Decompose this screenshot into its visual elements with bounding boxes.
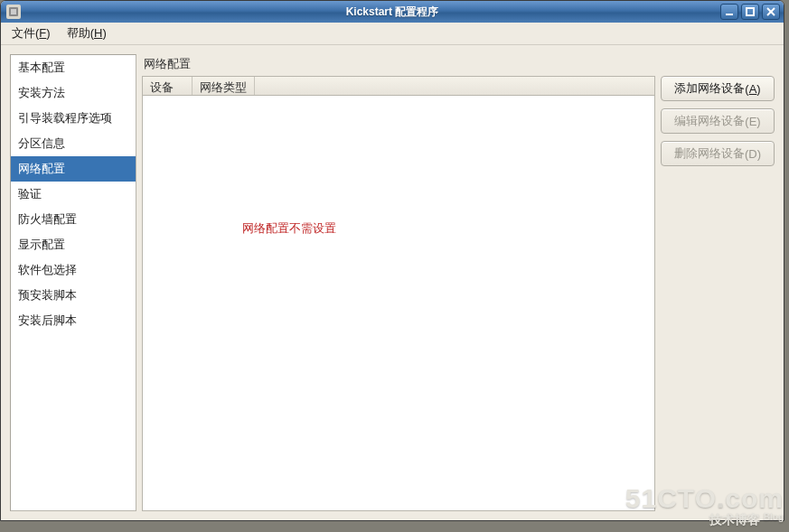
sidebar-item-packages[interactable]: 软件包选择: [11, 257, 136, 283]
svg-rect-1: [11, 9, 16, 14]
panel-title: 网络配置: [142, 54, 775, 76]
delete-network-device-button: 删除网络设备(D): [661, 141, 775, 166]
delete-label: 删除网络设备: [674, 145, 745, 162]
main-row: 设备 网络类型 网络配置不需设置 添加网络设备(A) 编辑网络设备(E): [142, 76, 775, 511]
sidebar[interactable]: 基本配置 安装方法 引导装载程序选项 分区信息 网络配置 验证 防火墙配置 显示…: [10, 54, 136, 511]
device-table: 设备 网络类型 网络配置不需设置: [142, 76, 655, 511]
close-button[interactable]: [762, 4, 780, 20]
app-icon: [6, 5, 21, 19]
menu-file-access: F: [39, 26, 46, 40]
column-device[interactable]: 设备: [143, 77, 193, 95]
sidebar-item-basic[interactable]: 基本配置: [11, 55, 136, 80]
content: 基本配置 安装方法 引导装载程序选项 分区信息 网络配置 验证 防火墙配置 显示…: [1, 45, 784, 520]
app-window: Kickstart 配置程序 文件(F) 帮助(H) 基本配置 安装方法 引导装…: [0, 0, 784, 521]
sidebar-item-auth[interactable]: 验证: [11, 182, 136, 207]
maximize-button[interactable]: [741, 4, 759, 20]
menu-help[interactable]: 帮助(H): [60, 23, 114, 44]
button-column: 添加网络设备(A) 编辑网络设备(E) 删除网络设备(D): [661, 76, 775, 511]
sidebar-item-display[interactable]: 显示配置: [11, 232, 136, 257]
svg-rect-3: [747, 8, 754, 15]
sidebar-item-partition[interactable]: 分区信息: [11, 131, 136, 156]
edit-label: 编辑网络设备: [674, 113, 745, 129]
column-filler: [255, 77, 654, 95]
titlebar[interactable]: Kickstart 配置程序: [1, 1, 784, 23]
menu-file-label: 文件: [12, 26, 35, 40]
edit-access: E: [749, 115, 757, 128]
menu-help-label: 帮助: [67, 26, 90, 40]
window-title: Kickstart 配置程序: [346, 5, 439, 20]
minimize-button[interactable]: [720, 4, 738, 20]
table-body[interactable]: 网络配置不需设置: [142, 96, 655, 511]
sidebar-item-prescript[interactable]: 预安装脚本: [11, 283, 136, 308]
window-buttons: [720, 4, 780, 20]
column-type[interactable]: 网络类型: [193, 77, 255, 95]
annotation-text: 网络配置不需设置: [242, 220, 336, 237]
sidebar-item-install[interactable]: 安装方法: [11, 80, 136, 106]
add-network-device-button[interactable]: 添加网络设备(A): [661, 76, 775, 101]
menu-file[interactable]: 文件(F): [5, 23, 58, 44]
table-header: 设备 网络类型: [142, 76, 655, 96]
sidebar-item-network[interactable]: 网络配置: [11, 156, 136, 182]
sidebar-item-bootloader[interactable]: 引导装载程序选项: [11, 106, 136, 131]
edit-network-device-button: 编辑网络设备(E): [661, 108, 775, 134]
menu-help-access: H: [94, 26, 102, 40]
main-panel: 网络配置 设备 网络类型 网络配置不需设置 添加网络设备(A): [142, 54, 775, 511]
menubar: 文件(F) 帮助(H): [1, 23, 784, 45]
add-access: A: [749, 82, 757, 96]
add-label: 添加网络设备: [674, 80, 745, 97]
delete-access: D: [748, 147, 756, 161]
sidebar-item-postscript[interactable]: 安装后脚本: [11, 308, 136, 333]
sidebar-item-firewall[interactable]: 防火墙配置: [11, 207, 136, 232]
